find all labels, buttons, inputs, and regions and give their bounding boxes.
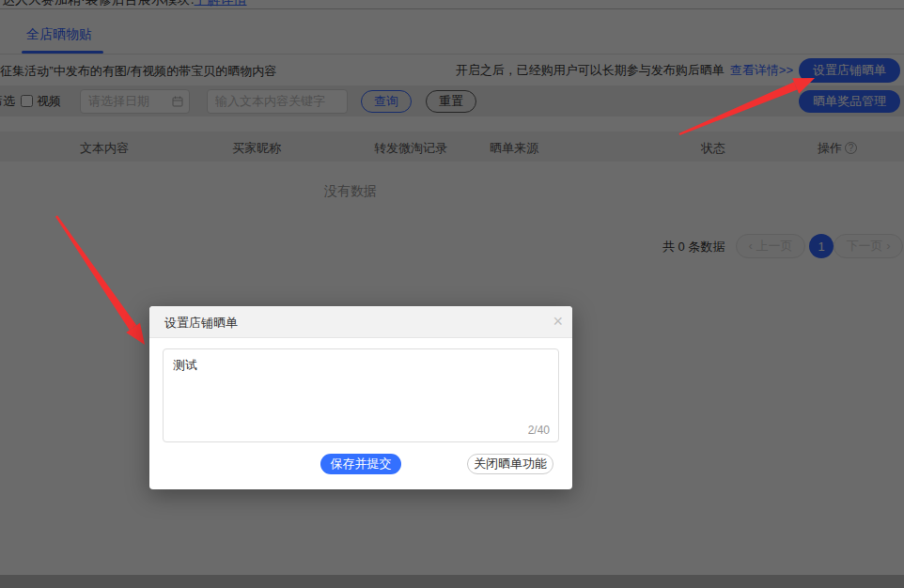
textarea-wrap: 测试 2/40	[163, 348, 559, 442]
close-icon[interactable]: ×	[553, 311, 563, 332]
setup-shop-review-modal: 设置店铺晒单 × 测试 2/40 保存并提交 关闭晒单功能	[149, 306, 572, 489]
save-submit-button[interactable]: 保存并提交	[320, 454, 401, 474]
page: 达人大赛加精·装修后台展示模块.了解详情 全店晒物贴 “征集活动”中发布的有图/…	[0, 0, 904, 588]
modal-overlay[interactable]	[0, 0, 904, 588]
modal-header: 设置店铺晒单 ×	[149, 306, 572, 338]
modal-body: 测试 2/40	[149, 338, 572, 442]
review-content-textarea[interactable]: 测试	[163, 348, 559, 442]
disable-feature-button[interactable]: 关闭晒单功能	[467, 454, 553, 474]
modal-title: 设置店铺晒单	[164, 315, 238, 332]
